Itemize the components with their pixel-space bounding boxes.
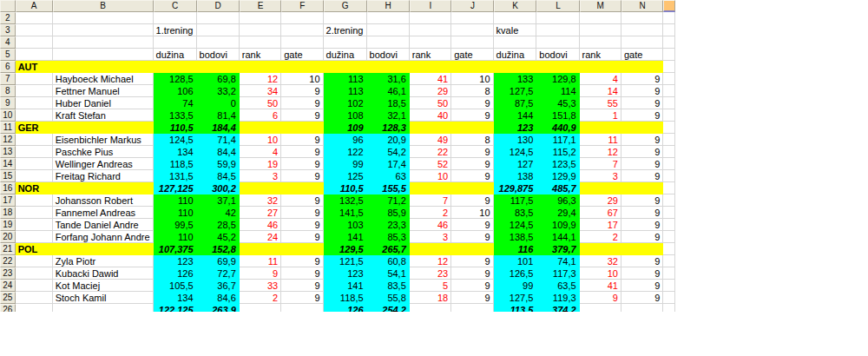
gate-cell[interactable]: 9 (281, 231, 323, 243)
bodovi-cell[interactable]: 45,2 (197, 231, 240, 243)
row-header-11[interactable]: 11 (0, 122, 16, 134)
cell-column-o-partial[interactable] (663, 49, 675, 61)
column-header-g[interactable]: G (324, 0, 367, 12)
bodovi-cell[interactable]: 20,9 (367, 134, 410, 146)
rank-cell[interactable]: 29 (580, 194, 621, 207)
row-header-2[interactable]: 2 (0, 12, 16, 24)
duzina-cell[interactable] (494, 12, 537, 24)
cell[interactable] (16, 49, 53, 61)
cell-column-o-partial[interactable] (663, 207, 675, 219)
bodovi-cell[interactable] (536, 12, 579, 24)
bodovi-cell[interactable]: 485,7 (536, 182, 579, 194)
row-header-20[interactable]: 20 (0, 231, 16, 243)
bodovi-cell[interactable]: 117,3 (536, 267, 579, 280)
bodovi-cell[interactable]: 54,1 (367, 267, 410, 280)
bodovi-cell[interactable] (367, 61, 410, 73)
duzina-cell[interactable] (494, 61, 537, 73)
section-label-cell[interactable]: 1.trening (154, 24, 197, 36)
field-header-cell[interactable]: bodovi (536, 49, 579, 61)
field-header-cell[interactable]: rank (240, 49, 281, 61)
bodovi-cell[interactable]: 31,6 (367, 73, 410, 85)
cell-column-o-partial[interactable] (663, 134, 675, 146)
bodovi-cell[interactable]: 37,1 (197, 194, 240, 207)
country-label-cell[interactable]: POL (16, 243, 53, 255)
duzina-cell[interactable] (324, 12, 367, 24)
duzina-cell[interactable]: 87,5 (494, 97, 537, 109)
gate-cell[interactable] (281, 61, 323, 73)
bodovi-cell[interactable]: 71,4 (197, 134, 240, 146)
athlete-name-cell[interactable]: Paschke Pius (53, 146, 154, 158)
athlete-name-cell[interactable]: Stoch Kamil (53, 292, 154, 304)
cell[interactable] (16, 109, 53, 122)
duzina-cell[interactable]: 106 (154, 85, 197, 97)
gate-cell[interactable]: 9 (621, 97, 663, 109)
row-header-17[interactable]: 17 (0, 194, 16, 207)
gate-cell[interactable] (281, 36, 323, 49)
rank-cell[interactable]: 46 (410, 219, 451, 231)
gate-cell[interactable]: 9 (451, 158, 493, 170)
gate-cell[interactable] (451, 304, 493, 312)
bodovi-cell[interactable]: 69,9 (197, 255, 240, 267)
duzina-cell[interactable]: 99,5 (154, 219, 197, 231)
duzina-cell[interactable]: 99 (494, 280, 537, 292)
rank-cell[interactable]: 29 (410, 85, 451, 97)
section-label-cell[interactable] (621, 24, 663, 36)
rank-cell[interactable] (410, 36, 451, 49)
bodovi-cell[interactable]: 144,1 (536, 231, 579, 243)
cell-column-o-partial[interactable] (663, 280, 675, 292)
cell-column-o-partial[interactable] (663, 24, 675, 36)
cell-column-o-partial[interactable] (663, 61, 675, 73)
duzina-cell[interactable]: 133 (494, 73, 537, 85)
rank-cell[interactable]: 3 (410, 231, 451, 243)
cell[interactable] (16, 280, 53, 292)
gate-cell[interactable]: 9 (281, 219, 323, 231)
bodovi-cell[interactable]: 300,2 (197, 182, 240, 194)
rank-cell[interactable]: 1 (580, 109, 621, 122)
cell-column-o-partial[interactable] (663, 194, 675, 207)
column-header-c[interactable]: C (154, 0, 197, 12)
cell[interactable] (16, 267, 53, 280)
bodovi-cell[interactable]: 55,8 (367, 292, 410, 304)
field-header-cell[interactable]: gate (621, 49, 663, 61)
gate-cell[interactable]: 9 (281, 109, 323, 122)
cell[interactable] (53, 61, 154, 73)
rank-cell[interactable]: 3 (580, 170, 621, 182)
rank-cell[interactable]: 24 (240, 231, 281, 243)
cell[interactable] (53, 36, 154, 49)
bodovi-cell[interactable]: 81,4 (197, 109, 240, 122)
gate-cell[interactable] (451, 182, 493, 194)
gate-cell[interactable] (281, 12, 323, 24)
gate-cell[interactable]: 9 (621, 146, 663, 158)
duzina-cell[interactable]: 123 (154, 255, 197, 267)
bodovi-cell[interactable]: 128,3 (367, 122, 410, 134)
section-label-cell[interactable]: kvale (494, 24, 537, 36)
bodovi-cell[interactable]: 152,8 (197, 243, 240, 255)
rank-cell[interactable]: 32 (240, 194, 281, 207)
rank-cell[interactable] (410, 304, 451, 312)
rank-cell[interactable]: 14 (580, 85, 621, 97)
gate-cell[interactable]: 9 (621, 255, 663, 267)
rank-cell[interactable] (410, 243, 451, 255)
cell[interactable] (53, 12, 154, 24)
duzina-cell[interactable]: 127,5 (494, 292, 537, 304)
cell-column-o-partial[interactable] (663, 85, 675, 97)
rank-cell[interactable]: 12 (240, 73, 281, 85)
rank-cell[interactable] (410, 12, 451, 24)
field-header-cell[interactable]: bodovi (197, 49, 240, 61)
bodovi-cell[interactable]: 265,7 (367, 243, 410, 255)
cell-column-o-partial[interactable] (663, 122, 675, 134)
rank-cell[interactable] (240, 243, 281, 255)
row-header-14[interactable]: 14 (0, 158, 16, 170)
bodovi-cell[interactable]: 17,4 (367, 158, 410, 170)
cell-column-o-partial[interactable] (663, 170, 675, 182)
section-label-cell[interactable] (281, 24, 323, 36)
column-header-f[interactable]: F (281, 0, 323, 12)
cell[interactable] (16, 12, 53, 24)
gate-cell[interactable] (621, 36, 663, 49)
bodovi-cell[interactable] (536, 36, 579, 49)
duzina-cell[interactable]: 138 (494, 170, 537, 182)
rank-cell[interactable]: 27 (240, 207, 281, 219)
duzina-cell[interactable]: 113 (324, 85, 367, 97)
duzina-cell[interactable]: 109 (324, 122, 367, 134)
field-header-cell[interactable]: gate (281, 49, 323, 61)
